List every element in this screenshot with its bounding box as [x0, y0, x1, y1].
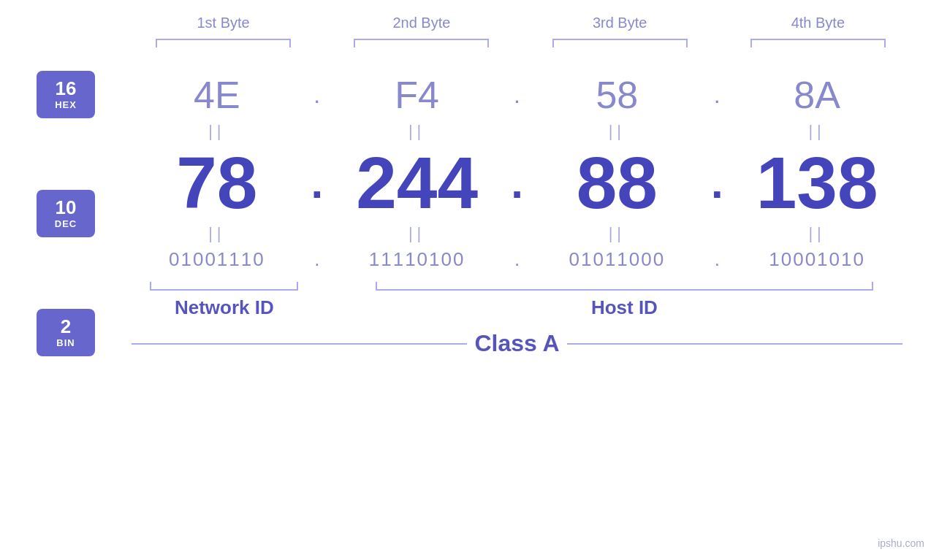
bin-cell-1: 01001110 [132, 248, 303, 271]
eq-cell-3: || [532, 122, 703, 141]
hex-row: 4E . F4 . 58 . 8A [132, 62, 902, 120]
dec-value-1: 78 [176, 142, 257, 223]
dec-cell-4: 138 [731, 146, 902, 219]
dot-spacer-h2 [506, 15, 536, 31]
content-area: 16 HEX 10 DEC 2 BIN 4E . F4 [37, 62, 902, 357]
eq2-cell-2: || [332, 224, 503, 243]
dec-cell-2: 244 [332, 146, 503, 219]
top-bracket-4 [750, 39, 886, 47]
hex-cell-4: 8A [731, 73, 902, 117]
equals-row-1: || || || || [132, 120, 902, 142]
byte-header-3: 3rd Byte [536, 15, 704, 31]
dec-dot-1: . [303, 158, 332, 208]
hex-cell-1: 4E [132, 73, 303, 117]
top-bracket-row [37, 39, 902, 47]
bin-cell-4: 10001010 [731, 248, 902, 271]
eq-cell-1: || [132, 122, 303, 141]
class-a-label: Class A [467, 330, 566, 357]
hex-dot-1: . [303, 82, 332, 109]
dec-cell-1: 78 [132, 146, 303, 219]
bin-base-number: 2 [61, 316, 71, 337]
dec-cell-3: 88 [532, 146, 703, 219]
hex-value-4: 8A [794, 74, 840, 116]
rows-area: 4E . F4 . 58 . 8A || || [132, 62, 902, 357]
hex-dot-2: . [503, 82, 532, 109]
bin-row: 01001110 . 11110100 . 01011000 . 1000101… [132, 245, 902, 282]
hex-dot-3: . [702, 82, 731, 109]
bin-base-text: BIN [56, 337, 75, 348]
bin-value-3: 01011000 [569, 248, 666, 270]
dec-value-3: 88 [577, 142, 658, 223]
dec-base-text: DEC [55, 218, 77, 229]
hex-value-1: 4E [194, 74, 240, 116]
watermark: ipshu.com [878, 537, 924, 549]
base-labels: 16 HEX 10 DEC 2 BIN [37, 62, 132, 357]
network-id-bracket-cell: Network ID [132, 282, 317, 319]
network-id-label: Network ID [175, 296, 274, 319]
bottom-brackets-container: Network ID Host ID [132, 282, 902, 319]
dec-row: 78 . 244 . 88 . 138 [132, 142, 902, 223]
bin-badge: 2 BIN [37, 309, 95, 356]
host-id-bracket-cell: Host ID [346, 282, 902, 319]
network-id-bracket [150, 282, 298, 291]
hex-value-3: 58 [596, 74, 638, 116]
dec-base-number: 10 [56, 197, 77, 218]
host-id-label: Host ID [591, 296, 658, 319]
hex-value-2: F4 [395, 74, 439, 116]
dec-dot-3: . [702, 158, 731, 208]
bracket-cell-1 [139, 39, 308, 47]
dec-value-2: 244 [356, 142, 478, 223]
eq-cell-2: || [332, 122, 503, 141]
bin-cell-2: 11110100 [332, 248, 503, 271]
top-bracket-1 [156, 39, 291, 47]
class-a-row: Class A [132, 330, 902, 357]
bin-value-2: 11110100 [369, 248, 465, 270]
top-bracket-3 [552, 39, 688, 47]
bin-cell-3: 01011000 [532, 248, 703, 271]
bracket-cell-3 [536, 39, 704, 47]
host-id-bracket [376, 282, 873, 291]
byte-header-1: 1st Byte [139, 15, 308, 31]
top-bracket-2 [354, 39, 489, 47]
byte-header-4: 4th Byte [734, 15, 902, 31]
bin-value-4: 10001010 [769, 248, 865, 270]
bin-dot-3: . [702, 248, 731, 271]
bracket-cell-2 [337, 39, 506, 47]
bin-value-1: 01001110 [169, 248, 265, 270]
bin-dot-1: . [303, 248, 332, 271]
bin-dot-2: . [503, 248, 532, 271]
dec-badge: 10 DEC [37, 190, 95, 237]
byte-headers: 1st Byte 2nd Byte 3rd Byte 4th Byte [37, 15, 902, 31]
dec-value-4: 138 [756, 142, 878, 223]
byte-header-2: 2nd Byte [337, 15, 506, 31]
hex-base-text: HEX [55, 99, 77, 110]
hex-base-number: 16 [56, 78, 77, 99]
eq2-cell-4: || [731, 224, 902, 243]
main-container: 1st Byte 2nd Byte 3rd Byte 4th Byte 16 [0, 0, 939, 560]
dot-spacer-h3 [704, 15, 734, 31]
equals-row-2: || || || || [132, 223, 902, 245]
dec-dot-2: . [503, 158, 532, 208]
hex-cell-3: 58 [532, 73, 703, 117]
bracket-cell-4 [734, 39, 902, 47]
hex-badge: 16 HEX [37, 71, 95, 118]
dot-spacer-h1 [308, 15, 337, 31]
hex-cell-2: F4 [332, 73, 503, 117]
eq-cell-4: || [731, 122, 902, 141]
eq2-cell-1: || [132, 224, 303, 243]
eq2-cell-3: || [532, 224, 703, 243]
